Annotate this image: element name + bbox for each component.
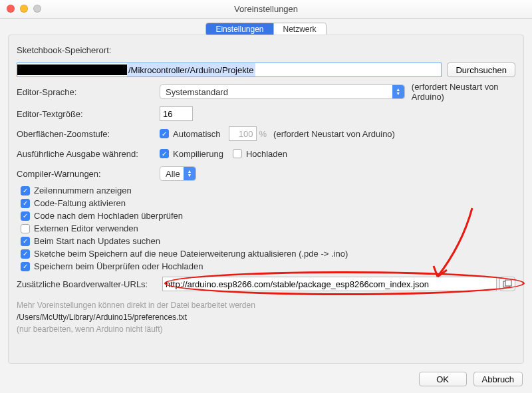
redacted-path bbox=[17, 65, 127, 75]
verbose-upload-checkbox[interactable]: Hochladen bbox=[233, 149, 287, 159]
dialog-footer: OK Abbruch bbox=[419, 372, 523, 386]
check-updates-checkbox[interactable]: Beim Start nach Updates suchen bbox=[17, 236, 515, 246]
update-ext-label: Sketche beim Speichern auf die neue Date… bbox=[34, 249, 348, 259]
tab-segment: Einstellungen Netzwerk bbox=[205, 23, 326, 36]
sketchbook-label: Sketchbook-Speicherort: bbox=[17, 45, 111, 55]
info-text: Mehr Voreinstellungen können direkt in d… bbox=[17, 299, 515, 335]
sketchbook-path-input[interactable]: /Mikrocontroller/Arduino/Projekte bbox=[17, 63, 442, 77]
editor-size-label: Editor-Textgröße: bbox=[17, 109, 160, 119]
boards-url-row: Zusätzliche Boardverwalter-URLs: bbox=[17, 277, 515, 291]
minimize-icon[interactable] bbox=[20, 5, 28, 13]
checkbox-checked-icon bbox=[21, 249, 30, 259]
save-verify-checkbox[interactable]: Speichern beim Überprüfen oder Hochladen bbox=[17, 261, 515, 271]
checkbox-checked-icon bbox=[160, 129, 169, 138]
verify-upload-label: Code nach dem Hochladen überprüfen bbox=[34, 211, 183, 221]
verbose-upload-label: Hochladen bbox=[246, 149, 287, 159]
editor-lang-hint: (erfordert Neustart von Arduino) bbox=[412, 82, 515, 102]
percent-sign: % bbox=[259, 129, 267, 139]
zoom-value-input[interactable] bbox=[229, 126, 257, 141]
boards-url-label: Zusätzliche Boardverwalter-URLs: bbox=[17, 279, 160, 289]
editor-lang-label: Editor-Sprache: bbox=[17, 87, 160, 97]
editor-lang-select[interactable]: Systemstandard ▲▼ bbox=[160, 84, 405, 99]
checkbox-checked-icon bbox=[21, 211, 30, 221]
verbose-compile-label: Kompilierung bbox=[173, 149, 223, 159]
boards-url-expand-button[interactable] bbox=[499, 277, 515, 291]
zoom-label: Oberflächen-Zoomstufe: bbox=[17, 129, 160, 139]
checkbox-unchecked-icon bbox=[233, 149, 242, 158]
window-icon bbox=[503, 279, 512, 289]
verbose-compile-checkbox[interactable]: Kompilierung bbox=[160, 149, 223, 159]
verify-upload-checkbox[interactable]: Code nach dem Hochladen überprüfen bbox=[17, 211, 515, 221]
checkbox-checked-icon bbox=[21, 199, 30, 208]
boards-url-input[interactable] bbox=[162, 277, 497, 291]
ok-button[interactable]: OK bbox=[419, 372, 467, 386]
verbose-label: Ausführliche Ausgabe während: bbox=[17, 149, 160, 159]
chevron-updown-icon: ▲▼ bbox=[392, 85, 404, 98]
codefold-label: Code-Faltung aktivieren bbox=[34, 198, 126, 208]
preferences-window: Voreinstellungen Einstellungen Netzwerk … bbox=[0, 0, 532, 393]
compiler-warn-select[interactable]: Alle ▲▼ bbox=[160, 166, 196, 181]
tab-network[interactable]: Netzwerk bbox=[273, 23, 326, 35]
checkbox-unchecked-icon bbox=[21, 224, 30, 233]
checkbox-checked-icon bbox=[21, 237, 30, 246]
chevron-updown-icon: ▲▼ bbox=[184, 167, 196, 180]
window-controls bbox=[7, 5, 41, 13]
svg-rect-1 bbox=[505, 280, 511, 286]
checkbox-checked-icon bbox=[160, 149, 169, 158]
checkbox-checked-icon bbox=[21, 262, 30, 271]
browse-button[interactable]: Durchsuchen bbox=[447, 63, 515, 77]
update-ext-checkbox[interactable]: Sketche beim Speichern auf die neue Date… bbox=[17, 249, 515, 259]
zoom-icon bbox=[33, 5, 41, 13]
zoom-auto-checkbox[interactable]: Automatisch bbox=[160, 129, 221, 139]
info-line1: Mehr Voreinstellungen können direkt in d… bbox=[17, 299, 515, 311]
compiler-warn-value: Alle bbox=[166, 169, 180, 179]
linenum-label: Zeilennummern anzeigen bbox=[34, 186, 132, 196]
ext-editor-checkbox[interactable]: Externen Editor verwenden bbox=[17, 223, 515, 233]
zoom-auto-label: Automatisch bbox=[173, 129, 221, 139]
ext-editor-label: Externen Editor verwenden bbox=[34, 223, 138, 233]
titlebar: Voreinstellungen bbox=[0, 0, 532, 19]
zoom-hint: (erfordert Neustart von Arduino) bbox=[273, 129, 395, 139]
compiler-warn-label: Compiler-Warnungen: bbox=[17, 169, 160, 179]
editor-size-input[interactable] bbox=[160, 106, 193, 121]
settings-panel: Sketchbook-Speicherort: /Mikrocontroller… bbox=[8, 35, 524, 364]
options-checklist: Zeilennummern anzeigen Code-Faltung akti… bbox=[17, 186, 515, 271]
tab-settings[interactable]: Einstellungen bbox=[206, 23, 273, 35]
tabs: Einstellungen Netzwerk bbox=[0, 19, 532, 36]
linenum-checkbox[interactable]: Zeilennummern anzeigen bbox=[17, 186, 515, 196]
save-verify-label: Speichern beim Überprüfen oder Hochladen bbox=[34, 261, 203, 271]
close-icon[interactable] bbox=[7, 5, 15, 13]
window-title: Voreinstellungen bbox=[234, 4, 298, 14]
info-line2: (nur bearbeiten, wenn Arduino nicht läuf… bbox=[17, 323, 515, 335]
checkbox-checked-icon bbox=[21, 186, 30, 196]
cancel-button[interactable]: Abbruch bbox=[473, 372, 523, 386]
codefold-checkbox[interactable]: Code-Faltung aktivieren bbox=[17, 198, 515, 208]
sketchbook-path-visible: /Mikrocontroller/Arduino/Projekte bbox=[127, 63, 255, 76]
info-path: /Users/McUtty/Library/Arduino15/preferen… bbox=[17, 311, 515, 323]
check-updates-label: Beim Start nach Updates suchen bbox=[34, 236, 160, 246]
editor-lang-value: Systemstandard bbox=[166, 87, 228, 97]
